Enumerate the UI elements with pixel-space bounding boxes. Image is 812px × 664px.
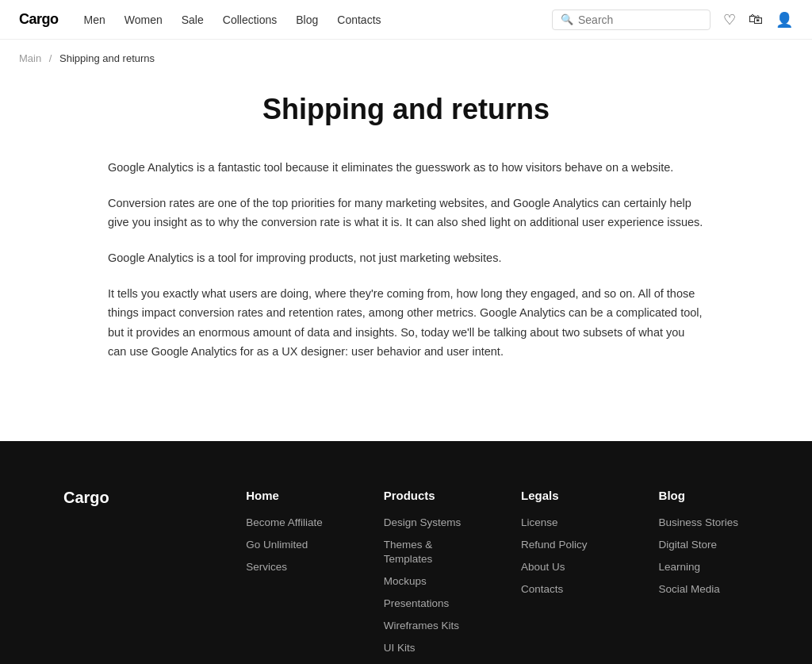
footer-link-themes-templates[interactable]: Themes & Templates [384,539,433,565]
content-body: Google Analytics is a fantastic tool bec… [108,158,704,362]
footer-col-blog: Blog Business Stories Digital Store Lear… [659,489,749,662]
breadcrumb-separator: / [49,52,52,64]
nav-sale[interactable]: Sale [182,13,204,26]
header-actions: 🔍 ♡ 🛍 👤 [552,10,793,30]
footer-brand: Cargo [63,489,198,662]
footer-col-products-title: Products [384,489,473,502]
footer-link-ui-kits[interactable]: UI Kits [384,642,416,654]
footer-col-legals-title: Legals [521,489,611,502]
footer-col-home: Home Become Affiliate Go Unlimited Servi… [246,489,335,662]
wishlist-icon[interactable]: ♡ [723,11,736,29]
footer-link-services[interactable]: Services [246,561,287,573]
nav-men[interactable]: Men [84,13,105,26]
cart-icon[interactable]: 🛍 [749,11,763,28]
footer-link-design-systems[interactable]: Design Systems [384,516,462,528]
paragraph-3: Google Analytics is a tool for improving… [108,248,704,268]
breadcrumb: Main / Shipping and returns [0,40,812,77]
footer-products-links: Design Systems Themes & Templates Mockup… [384,515,473,654]
footer-link-social-media[interactable]: Social Media [659,583,720,595]
footer-link-contacts[interactable]: Contacts [521,583,563,595]
site-logo[interactable]: Cargo [19,11,59,28]
footer-link-become-affiliate[interactable]: Become Affiliate [246,516,323,528]
footer-logo: Cargo [63,489,109,506]
site-header: Cargo Men Women Sale Collections Blog Co… [0,0,812,40]
site-footer: Cargo Home Become Affiliate Go Unlimited… [0,441,812,664]
footer-link-license[interactable]: License [521,516,558,528]
breadcrumb-current: Shipping and returns [59,52,155,64]
nav-women[interactable]: Women [124,13,163,26]
paragraph-4: It tells you exactly what users are doin… [108,284,704,363]
nav-collections[interactable]: Collections [223,13,277,26]
search-box[interactable]: 🔍 [552,10,710,30]
footer-col-home-title: Home [246,489,335,502]
footer-link-presentations[interactable]: Presentations [384,597,450,609]
footer-top: Cargo Home Become Affiliate Go Unlimited… [63,489,749,664]
footer-link-digital-store[interactable]: Digital Store [659,539,718,551]
paragraph-1: Google Analytics is a fantastic tool bec… [108,158,704,178]
nav-contacts[interactable]: Contacts [337,13,381,26]
main-content: Shipping and returns Google Analytics is… [89,77,723,441]
footer-home-links: Become Affiliate Go Unlimited Services [246,515,335,574]
search-input[interactable] [578,13,702,26]
footer-legals-links: License Refund Policy About Us Contacts [521,515,611,596]
footer-link-refund-policy[interactable]: Refund Policy [521,539,587,551]
search-icon: 🔍 [561,13,573,25]
footer-link-mockups[interactable]: Mockups [384,575,427,587]
footer-link-go-unlimited[interactable]: Go Unlimited [246,539,308,551]
footer-link-learning[interactable]: Learning [659,561,701,573]
footer-col-products: Products Design Systems Themes & Templat… [384,489,473,662]
page-title: Shipping and returns [108,93,704,126]
footer-link-business-stories[interactable]: Business Stories [659,516,739,528]
footer-blog-links: Business Stories Digital Store Learning … [659,515,749,596]
footer-col-legals: Legals License Refund Policy About Us Co… [521,489,611,662]
nav-blog[interactable]: Blog [296,13,318,26]
main-nav: Men Women Sale Collections Blog Contacts [84,13,552,26]
footer-link-about-us[interactable]: About Us [521,561,565,573]
paragraph-2: Conversion rates are one of the top prio… [108,194,704,232]
footer-link-wireframes-kits[interactable]: Wireframes Kits [384,620,459,631]
footer-col-blog-title: Blog [659,489,749,502]
account-icon[interactable]: 👤 [776,11,793,29]
breadcrumb-home[interactable]: Main [19,52,41,64]
